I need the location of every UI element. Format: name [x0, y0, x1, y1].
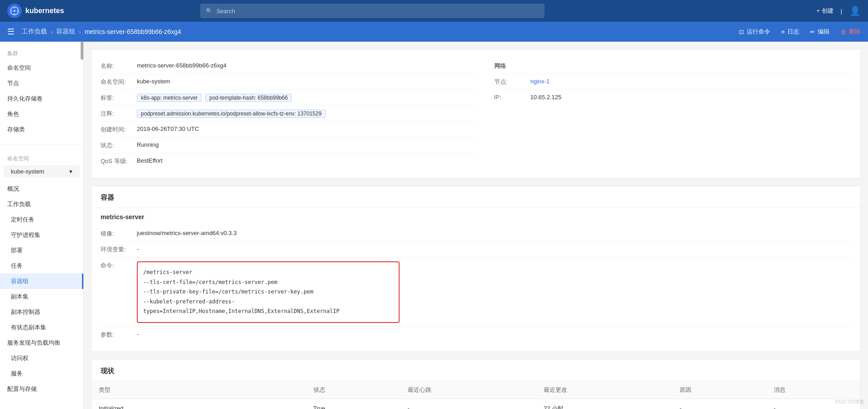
container-image-row: 镜像: juestnow/metrics-server-amd64:v0.3.3 — [101, 226, 851, 242]
delete-button[interactable]: 🗑 删除 — [840, 28, 861, 36]
delete-icon: 🗑 — [840, 29, 846, 35]
menu-toggle[interactable]: ☰ — [7, 27, 14, 37]
namespace-selector[interactable]: kube-system ▾ — [4, 165, 80, 178]
container-env-row: 环境变量: - — [101, 242, 851, 258]
info-row-annotations: 注释: podpreset.admission.kubernetes.io/po… — [101, 106, 476, 122]
user-icon[interactable]: 👤 — [849, 5, 861, 16]
table-row: InitializedTrue-22 小时-- — [92, 399, 860, 409]
sidebar-item-overview[interactable]: 概况 — [0, 181, 83, 197]
sidebar-item-pv[interactable]: 持久化存储卷 — [0, 91, 83, 106]
sidebar-item-service-discovery[interactable]: 服务发现与负载均衡 — [0, 335, 83, 351]
logo: kubernetes — [7, 4, 64, 18]
status-table-body: InitializedTrue-22 小时--ReadyTrue-22 小时--… — [92, 399, 860, 409]
col-heartbeat: 最近心跳 — [400, 381, 536, 399]
namespace-section: 命名空间 kube-system ▾ 概况 工作负载 定时任务 守护进程集 部署… — [0, 147, 83, 402]
sidebar-item-access[interactable]: 访问权 — [0, 351, 83, 366]
pod-info-grid: 名称: metrics-server-658bb99b66-z6xg4 命名空间… — [101, 58, 851, 169]
info-row-status: 状态: Running — [101, 138, 476, 154]
top-nav-right: + 创建 | 👤 — [816, 5, 861, 16]
info-row-ip: IP: 10.65.2.125 — [494, 90, 852, 104]
search-bar[interactable]: 🔍 — [200, 4, 545, 18]
sidebar-item-cronjob[interactable]: 定时任务 — [0, 212, 83, 227]
log-icon: ≡ — [781, 29, 785, 35]
terminal-icon: ⊡ — [739, 29, 744, 35]
kubernetes-logo — [7, 4, 22, 18]
create-button[interactable]: + 创建 — [816, 7, 833, 15]
container-card: 容器 metrics-server 镜像: juestnow/metrics-s… — [91, 186, 861, 352]
command-box: /metrics-server --tls-cert-file=/certs/m… — [137, 261, 400, 323]
breadcrumb-pods[interactable]: 容器组 — [56, 28, 75, 36]
status-card: 现状 类型 状态 最近心跳 最近更改 原因 消息 InitializedTrue… — [91, 359, 861, 409]
layout: 集群 命名空间 节点 持久化存储卷 角色 存储类 命名空间 kube-syste… — [0, 42, 868, 409]
info-left-col: 名称: metrics-server-658bb99b66-z6xg4 命名空间… — [101, 58, 476, 169]
scroll-indicator — [81, 42, 83, 60]
search-input[interactable] — [217, 8, 539, 14]
sidebar-item-namespace[interactable]: 命名空间 — [0, 60, 83, 76]
info-row-network-header: 网络 — [494, 58, 852, 74]
sidebar-item-replicaset[interactable]: 副本集 — [0, 289, 83, 304]
container-params-row: 参数: - — [101, 327, 851, 342]
sidebar-item-config-storage[interactable]: 配置与存储 — [0, 381, 83, 397]
node-link[interactable]: nginx-1 — [530, 78, 550, 85]
main-content: 名称: metrics-server-658bb99b66-z6xg4 命名空间… — [84, 42, 868, 409]
info-row-created: 创建时间: 2019-06-26T07:30 UTC — [101, 122, 476, 138]
sidebar-divider — [0, 144, 83, 145]
annotation-tag: podpreset.admission.kubernetes.io/podpre… — [137, 110, 326, 118]
sidebar-item-deployment[interactable]: 部署 — [0, 243, 83, 258]
sidebar-item-statefulset[interactable]: 有状态副本集 — [0, 320, 83, 335]
top-nav: kubernetes 🔍 + 创建 | 👤 — [0, 0, 868, 22]
sidebar-item-nodes[interactable]: 节点 — [0, 76, 83, 91]
cluster-section-title: 集群 — [0, 47, 83, 60]
breadcrumb-current: metrics-server-658bb99b66-z6xg4 — [85, 28, 181, 35]
sidebar-item-daemonset[interactable]: 守护进程集 — [0, 227, 83, 243]
info-row-name: 名称: metrics-server-658bb99b66-z6xg4 — [101, 58, 476, 74]
edit-button[interactable]: ✏ 编辑 — [810, 28, 829, 36]
sidebar-item-roles[interactable]: 角色 — [0, 106, 83, 122]
status-table-header: 类型 状态 最近心跳 最近更改 原因 消息 — [92, 381, 860, 399]
container-command-row: 命令: /metrics-server --tls-cert-file=/cer… — [101, 258, 851, 327]
sidebar-item-pods[interactable]: 容器组 — [0, 274, 83, 289]
breadcrumb-bar: ☰ 工作负载 › 容器组 › metrics-server-658bb99b66… — [0, 22, 868, 42]
info-row-node: 节点: nginx-1 — [494, 74, 852, 90]
sidebar-item-services[interactable]: 服务 — [0, 366, 83, 381]
info-row-labels: 标签: k8s-app: metrics-server pod-template… — [101, 90, 476, 106]
label-tag-2: pod-template-hash: 658bb99b66 — [205, 94, 292, 102]
sidebar: 集群 命名空间 节点 持久化存储卷 角色 存储类 命名空间 kube-syste… — [0, 42, 84, 409]
sidebar-item-job[interactable]: 任务 — [0, 258, 83, 274]
chevron-down-icon: ▾ — [69, 168, 72, 175]
command-line-4: --kubelet-preferred-address-types=Intern… — [143, 297, 393, 317]
edit-icon: ✏ — [810, 29, 815, 35]
run-command-button[interactable]: ⊡ 运行命令 — [739, 28, 770, 36]
label-tag-1: k8s-app: metrics-server — [137, 94, 202, 102]
command-line-3: --tls-private-key-file=/certs/metrics-se… — [143, 287, 393, 297]
search-icon: 🔍 — [206, 8, 213, 14]
breadcrumb-actions: ⊡ 运行命令 ≡ 日志 ✏ 编辑 🗑 删除 — [739, 28, 861, 36]
command-line-2: --tls-cert-file=/certs/metrics-server.pe… — [143, 278, 393, 288]
svg-point-1 — [14, 10, 15, 12]
log-button[interactable]: ≡ 日志 — [781, 28, 799, 36]
sidebar-item-workloads[interactable]: 工作负载 — [0, 197, 83, 212]
sidebar-item-storage-class[interactable]: 存储类 — [0, 122, 83, 137]
app-title: kubernetes — [25, 7, 64, 15]
command-line-1: /metrics-server — [143, 268, 393, 278]
labels-container: k8s-app: metrics-server pod-template-has… — [137, 94, 476, 102]
status-section-title: 现状 — [92, 360, 860, 381]
info-row-qos: QoS 等级: BestEffort — [101, 154, 476, 169]
info-row-namespace: 命名空间: kube-system — [101, 74, 476, 90]
info-right-col: 网络 节点: nginx-1 IP: 10.65.2.125 — [476, 58, 852, 169]
pod-info-card: 名称: metrics-server-658bb99b66-z6xg4 命名空间… — [91, 49, 861, 178]
container-section-title: 容器 — [92, 186, 860, 208]
col-message: 消息 — [767, 381, 860, 399]
status-table: 类型 状态 最近心跳 最近更改 原因 消息 InitializedTrue-22… — [92, 381, 860, 409]
cluster-section: 集群 命名空间 节点 持久化存储卷 角色 存储类 — [0, 42, 83, 143]
col-type: 类型 — [92, 381, 306, 399]
col-reason: 原因 — [672, 381, 766, 399]
col-update: 最近更改 — [536, 381, 672, 399]
col-status: 状态 — [306, 381, 400, 399]
breadcrumb-workload[interactable]: 工作负载 — [22, 28, 47, 36]
container-name: metrics-server — [92, 208, 860, 221]
sidebar-item-rc[interactable]: 副本控制器 — [0, 304, 83, 320]
namespace-section-title: 命名空间 — [0, 152, 83, 165]
watermark: ©51CTO博客 — [835, 399, 864, 405]
